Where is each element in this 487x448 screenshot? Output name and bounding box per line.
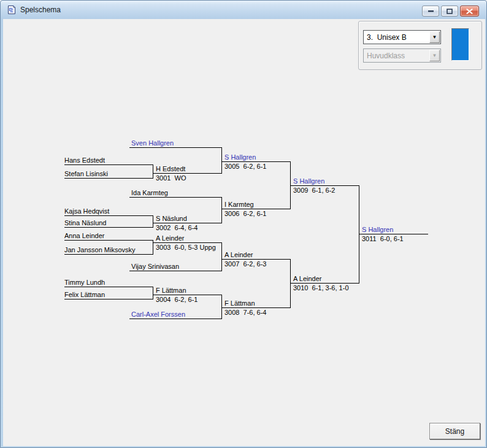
player-name: S Hallgren [224, 153, 256, 161]
spelschema-window: Spelschema 3. Unisex B ▼ Huvudklass ▼ [0, 0, 487, 448]
bracket-connector [153, 164, 153, 179]
winner-entry: F Lättman 3008 7-6, 6-4 [221, 298, 290, 308]
window-title: Spelschema [20, 6, 61, 14]
player-name: Vijay Srinivasan [131, 263, 179, 270]
bracket-connector [153, 215, 153, 228]
match-result: 3007 6-2, 6-3 [224, 260, 267, 268]
tournament-bracket: Sven Hallgren Hans Edstedt Stefan Lisins… [3, 19, 485, 446]
match-result: 3011 6-0, 6-1 [362, 235, 404, 242]
winner-entry: H Edstedt 3001 WO [153, 164, 221, 174]
player-entry: Stina Näslund [64, 218, 153, 228]
client-area: 3. Unisex B ▼ Huvudklass ▼ Sven Hallgren… [3, 19, 485, 446]
player-name: A Leinder [156, 234, 184, 242]
player-entry: Stefan Lisinski [64, 169, 153, 179]
player-entry: Hans Edstedt [64, 155, 153, 165]
match-result: 3004 6-2, 6-1 [156, 296, 198, 303]
close-icon [466, 9, 473, 14]
window-controls [422, 6, 479, 17]
player-name: F Lättman [224, 299, 255, 307]
maximize-button[interactable] [441, 6, 458, 17]
player-name: Sven Hallgren [131, 139, 174, 147]
winner-entry: A Leinder 3010 6-1, 3-6, 1-0 [290, 274, 359, 284]
player-name: I Karmteg [224, 201, 254, 208]
match-result: 3009 6-1, 6-2 [293, 187, 336, 194]
player-entry: Kajsa Hedqvist [64, 206, 153, 216]
minimize-button[interactable] [422, 6, 439, 17]
minimize-icon [428, 10, 434, 12]
player-name: S Hallgren [293, 177, 324, 185]
player-name: Timmy Lundh [64, 279, 105, 286]
bracket-connector [359, 185, 359, 284]
maximize-icon [447, 9, 453, 14]
player-name: Kajsa Hedqvist [64, 207, 109, 215]
stang-close-button[interactable]: Stäng [429, 423, 480, 439]
bracket-connector [221, 242, 222, 271]
winner-entry: A Leinder 3003 6-0, 5-3 Uppg [153, 233, 221, 243]
close-button[interactable] [460, 6, 479, 17]
player-name: H Edstedt [156, 165, 185, 172]
player-name: F Lättman [156, 287, 186, 294]
winner-entry: S Näslund 3002 6-4, 6-4 [153, 214, 221, 223]
player-entry: Vijay Srinivasan [129, 261, 221, 271]
winner-entry: S Hallgren 3009 6-1, 6-2 [290, 176, 359, 186]
player-name: S Näslund [156, 215, 187, 222]
player-name: Jan Jansson Miksovsky [64, 246, 136, 253]
match-result: 3006 6-2, 6-1 [224, 210, 267, 217]
match-result: 3008 7-6, 6-4 [224, 309, 267, 316]
player-entry: Sven Hallgren [129, 138, 221, 148]
bracket-connector [221, 147, 222, 174]
match-result: 3001 WO [156, 174, 186, 182]
schedule-document-icon [7, 5, 17, 15]
match-result: 3010 6-1, 3-6, 1-0 [293, 284, 349, 292]
winner-entry: S Hallgren 3005 6-2, 6-1 [221, 152, 290, 162]
player-name: Anna Leinder [64, 232, 104, 239]
bracket-connector [221, 295, 222, 319]
bracket-connector [153, 240, 153, 255]
player-name: Stefan Lisinski [64, 170, 108, 177]
title-bar[interactable]: Spelschema [1, 1, 486, 19]
player-entry: Timmy Lundh [64, 277, 153, 287]
match-result: 3002 6-4, 6-4 [156, 224, 198, 231]
winner-entry: S Hallgren 3011 6-0, 6-1 [359, 225, 428, 234]
winner-entry: I Karmteg 3006 6-2, 6-1 [221, 199, 290, 209]
player-entry: Anna Leinder [64, 231, 153, 241]
winner-entry: A Leinder 3007 6-2, 6-3 [221, 250, 290, 260]
player-name: Carl-Axel Forssen [131, 311, 185, 318]
player-entry: Felix Lättman [64, 290, 153, 299]
player-entry: Jan Jansson Miksovsky [64, 245, 153, 255]
player-name: Ida Karmteg [131, 189, 168, 196]
player-entry: Carl-Axel Forssen [129, 309, 221, 319]
bracket-connector [290, 161, 291, 209]
player-entry: Ida Karmteg [129, 188, 221, 198]
player-name: A Leinder [293, 275, 321, 282]
winner-entry: F Lättman 3004 6-2, 6-1 [153, 285, 221, 295]
player-name: Hans Edstedt [64, 156, 105, 164]
bracket-connector [221, 197, 222, 223]
player-name: Felix Lättman [64, 291, 105, 298]
match-result: 3003 6-0, 5-3 Uppg [156, 244, 216, 251]
player-name: A Leinder [224, 251, 253, 258]
player-name: S Hallgren [362, 226, 393, 233]
bracket-connector [290, 259, 291, 308]
match-result: 3005 6-2, 6-1 [224, 163, 267, 170]
player-name: Stina Näslund [64, 219, 107, 226]
bracket-connector [153, 287, 153, 299]
